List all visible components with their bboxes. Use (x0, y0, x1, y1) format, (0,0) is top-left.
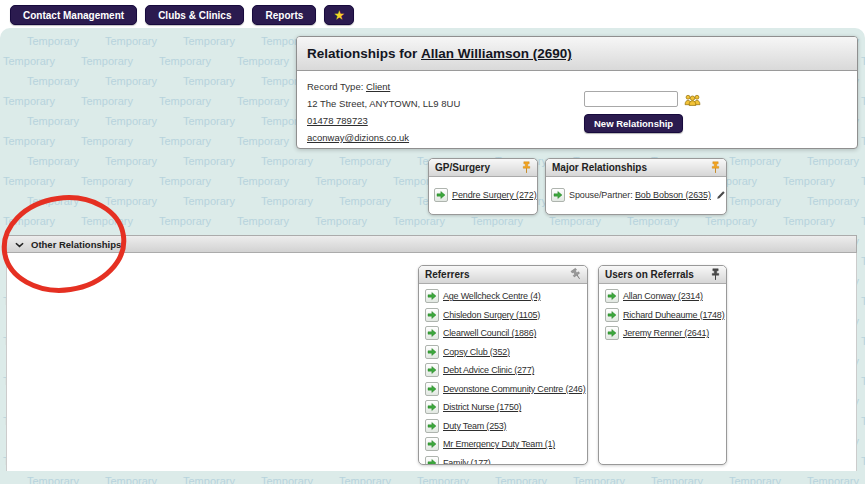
open-record-icon[interactable] (425, 326, 439, 340)
other-relationships-title: Other Relationships (31, 239, 121, 250)
list-item: Clearwell Council (1886) (419, 324, 587, 343)
open-record-icon[interactable] (425, 363, 439, 377)
list-item: Duty Team (253) (419, 417, 587, 436)
referrers-panel: Referrers Age Wellcheck Centre (4) Chisl… (418, 265, 588, 465)
referrer-link[interactable]: Duty Team (253) (443, 421, 506, 431)
gp-surgery-panel: GP/Surgery Pendre Surgery (272) (428, 158, 538, 215)
open-record-icon[interactable] (551, 188, 565, 202)
referrer-link[interactable]: Copsy Club (352) (443, 347, 510, 357)
user-link[interactable]: Jeremy Renner (2641) (623, 328, 709, 338)
list-item: Mr Emergency Duty Team (1) (419, 435, 587, 454)
referrer-link[interactable]: District Nurse (1750) (443, 402, 521, 412)
nav-contact-management[interactable]: Contact Management (10, 5, 137, 25)
list-item: Chisledon Surgery (1105) (419, 306, 587, 325)
client-details: Record Type: Client 12 The Street, ANYTO… (297, 71, 857, 148)
nav-favorites-button[interactable]: ★ (324, 5, 354, 25)
relationship-search-input[interactable] (584, 91, 678, 107)
referrer-link[interactable]: Debt Advice Clinic (277) (443, 365, 534, 375)
gp-surgery-item: Pendre Surgery (272) (429, 188, 537, 202)
major-relationships-panel: Major Relationships Spouse/Partner: Bob … (545, 158, 727, 215)
chevron-down-icon (15, 239, 24, 250)
user-link[interactable]: Richard Duheaume (1748) (623, 310, 724, 320)
pushpin-icon[interactable] (710, 161, 721, 174)
open-record-icon[interactable] (425, 289, 439, 303)
screen: Contact Management Clubs & Clinics Repor… (0, 0, 865, 484)
client-link[interactable]: Allan Williamson (2690) (421, 46, 572, 61)
client-relationships-panel: Relationships for Allan Williamson (2690… (296, 36, 858, 149)
open-record-icon[interactable] (425, 456, 439, 465)
top-nav: Contact Management Clubs & Clinics Repor… (10, 5, 354, 25)
referrer-link[interactable]: Chisledon Surgery (1105) (443, 310, 540, 320)
referrer-link[interactable]: Mr Emergency Duty Team (1) (443, 439, 555, 449)
user-link[interactable]: Allan Conway (2314) (623, 291, 703, 301)
referrer-link[interactable]: Clearwell Council (1886) (443, 328, 536, 338)
referrers-title: Referrers (425, 269, 469, 280)
relationship-type-label: Spouse/Partner: (569, 190, 635, 200)
open-record-icon[interactable] (434, 188, 448, 202)
referrer-link[interactable]: Family (177) (443, 458, 491, 465)
nav-reports[interactable]: Reports (252, 5, 316, 25)
edit-icon[interactable] (716, 190, 726, 200)
open-record-icon[interactable] (425, 308, 439, 322)
open-record-icon[interactable] (605, 289, 619, 303)
nav-clubs-clinics[interactable]: Clubs & Clinics (145, 5, 244, 25)
new-relationship-button[interactable]: New Relationship (584, 114, 683, 133)
relationship-search-area (584, 91, 701, 107)
panel-title: Relationships for Allan Williamson (2690… (297, 37, 857, 71)
record-type-label: Record Type: (307, 81, 366, 92)
open-record-icon[interactable] (605, 308, 619, 322)
list-item: Devonstone Community Centre (246) (419, 380, 587, 399)
pushpin-icon[interactable] (521, 161, 532, 174)
major-relationships-title: Major Relationships (552, 162, 647, 173)
contacts-group-icon[interactable] (684, 93, 701, 106)
referrer-link[interactable]: Devonstone Community Centre (246) (443, 384, 585, 394)
list-item: Family (177) (419, 454, 587, 466)
list-item: Allan Conway (2314) (599, 287, 726, 306)
referrer-link[interactable]: Age Wellcheck Centre (4) (443, 291, 541, 301)
list-item: Age Wellcheck Centre (4) (419, 287, 587, 306)
open-record-icon[interactable] (605, 326, 619, 340)
panel-title-prefix: Relationships for (307, 46, 421, 61)
list-item: Richard Duheaume (1748) (599, 306, 726, 325)
list-item: Copsy Club (352) (419, 343, 587, 362)
open-record-icon[interactable] (425, 382, 439, 396)
list-item: District Nurse (1750) (419, 398, 587, 417)
record-type-link[interactable]: Client (366, 81, 390, 92)
gp-surgery-link[interactable]: Pendre Surgery (272) (452, 190, 537, 200)
client-address: 12 The Street, ANYTOWN, LL9 8UU (307, 95, 857, 112)
open-record-icon[interactable] (425, 345, 439, 359)
other-relationships-header[interactable]: Other Relationships (6, 235, 857, 253)
client-email-link[interactable]: aconway@dizions.co.uk (307, 132, 409, 143)
pushpin-icon[interactable] (571, 268, 582, 281)
open-record-icon[interactable] (425, 400, 439, 414)
star-icon: ★ (334, 9, 344, 21)
open-record-icon[interactable] (425, 437, 439, 451)
users-on-referrals-panel: Users on Referrals Allan Conway (2314) R… (598, 265, 727, 465)
list-item: Jeremy Renner (2641) (599, 324, 726, 343)
list-item: Debt Advice Clinic (277) (419, 361, 587, 380)
open-record-icon[interactable] (425, 419, 439, 433)
pushpin-icon[interactable] (710, 268, 721, 281)
users-on-referrals-title: Users on Referrals (605, 269, 694, 280)
spouse-partner-link[interactable]: Bob Bobson (2635) (635, 190, 711, 200)
major-relationship-item: Spouse/Partner: Bob Bobson (2635) (546, 188, 726, 202)
gp-surgery-title: GP/Surgery (435, 162, 490, 173)
client-phone-link[interactable]: 01478 789723 (307, 115, 368, 126)
